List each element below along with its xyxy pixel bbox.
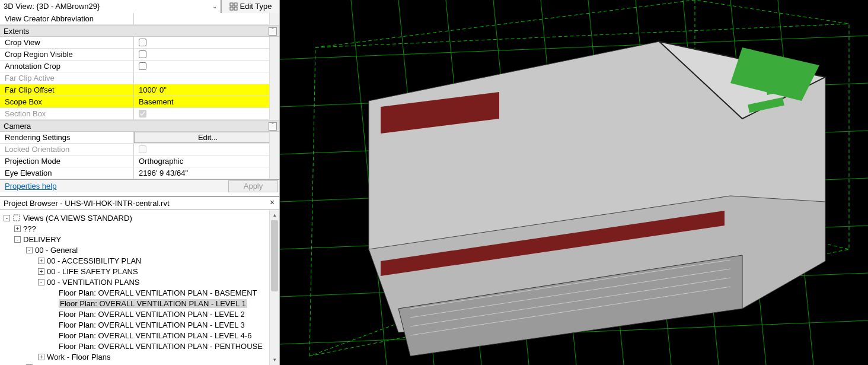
property-label: Far Clip Offset	[0, 84, 134, 96]
property-row: Section Box	[0, 108, 279, 120]
svg-line-15	[280, 36, 868, 59]
svg-rect-4	[14, 215, 20, 221]
tree-node-label: 00 - VENTILATION PLANS	[47, 278, 140, 287]
tree-node-label: Work - Floor Plans	[47, 353, 110, 361]
tree-node-label: 00 - ACCESSIBILITY PLAN	[47, 256, 141, 265]
tree-node[interactable]: Floor Plan: OVERALL VENTILATION PLAN - B…	[2, 287, 279, 298]
property-label: Crop View	[0, 37, 134, 48]
property-section-header[interactable]: Cameraˆ	[0, 120, 279, 132]
property-row: Rendering SettingsEdit...	[0, 132, 279, 144]
tree-node[interactable]: Floor Plan: OVERALL VENTILATION PLAN - P…	[2, 341, 279, 351]
property-value[interactable]: 2196' 9 43/64"	[134, 167, 279, 179]
property-row: Far Clip Offset1000' 0"	[0, 84, 279, 96]
properties-help-link[interactable]: Properties help	[0, 182, 56, 191]
properties-grid: View Creator AbbreviationExtentsˆCrop Vi…	[0, 13, 279, 179]
tree-node-label: Floor Plan: OVERALL VENTILATION PLAN - P…	[59, 342, 263, 351]
tree-node[interactable]: +Work - Floor Plans	[2, 351, 279, 362]
property-label: View Creator Abbreviation	[0, 13, 134, 24]
collapse-icon[interactable]: ˆ	[269, 122, 277, 131]
tree-node-label: 00 - General	[35, 246, 78, 255]
property-value[interactable]: Basement	[134, 96, 279, 107]
tree-node[interactable]: Floor Plan: OVERALL VENTILATION PLAN - L…	[2, 309, 279, 319]
property-row: Crop Region Visible	[0, 49, 279, 61]
property-checkbox	[139, 145, 146, 153]
project-browser-tree[interactable]: ▴ ▾ -Views (CA VIEWS STANDARD)+???-DELIV…	[0, 210, 279, 365]
3d-model-render	[280, 0, 868, 365]
tree-node[interactable]: +00 - LIFE SAFETY PLANS	[2, 266, 279, 277]
property-row: Eye Elevation2196' 9 43/64"	[0, 167, 279, 179]
property-row: Crop View	[0, 37, 279, 49]
3d-viewport[interactable]	[280, 0, 868, 365]
property-value[interactable]	[134, 13, 279, 24]
property-label: Projection Mode	[0, 155, 134, 167]
close-icon[interactable]: ×	[267, 198, 277, 208]
edit-type-icon	[229, 2, 238, 11]
tree-node[interactable]: -00 - General	[2, 245, 279, 255]
property-value[interactable]	[134, 49, 279, 60]
tree-node[interactable]: +???	[2, 223, 279, 234]
tree-node[interactable]: Floor Plan: OVERALL VENTILATION PLAN - L…	[2, 330, 279, 341]
expand-icon[interactable]: +	[38, 354, 44, 360]
tree-node-label: Views (CA VIEWS STANDARD)	[23, 214, 132, 223]
property-checkbox[interactable]	[139, 39, 146, 46]
property-checkbox[interactable]	[139, 50, 146, 58]
property-label: Eye Elevation	[0, 167, 134, 179]
tree-node[interactable]: Floor Plan: OVERALL VENTILATION PLAN - L…	[2, 319, 279, 330]
property-label: Crop Region Visible	[0, 49, 134, 60]
tree-node[interactable]: Floor Plan: OVERALL VENTILATION PLAN - L…	[2, 298, 279, 309]
tree-node-label: 00 - LIFE SAFETY PLANS	[47, 267, 138, 276]
expand-icon[interactable]: +	[14, 226, 21, 232]
tree-node[interactable]: -DELIVERY	[2, 234, 279, 245]
property-value[interactable]: Orthographic	[134, 155, 279, 167]
property-label: Rendering Settings	[0, 132, 134, 143]
collapse-icon[interactable]: -	[38, 279, 44, 285]
collapse-icon[interactable]: -	[4, 215, 10, 221]
tree-node[interactable]: +01 - Existing and Demo	[2, 362, 279, 365]
properties-header: 3D View: {3D - AMBrown29} ⌄ Edit Type	[0, 0, 279, 13]
expand-icon[interactable]: +	[38, 258, 44, 264]
tree-node[interactable]: -00 - VENTILATION PLANS	[2, 277, 279, 287]
svg-rect-0	[230, 3, 233, 6]
collapse-icon[interactable]: ˆ	[269, 27, 277, 36]
property-value	[134, 108, 279, 119]
left-panel: 3D View: {3D - AMBrown29} ⌄ Edit Type Vi…	[0, 0, 280, 365]
property-edit-button[interactable]: Edit...	[134, 132, 277, 143]
tree-node-label: Floor Plan: OVERALL VENTILATION PLAN - L…	[59, 320, 245, 329]
tree-node-label: Floor Plan: OVERALL VENTILATION PLAN - L…	[59, 331, 251, 340]
collapse-icon[interactable]: -	[14, 236, 21, 243]
view-type-dropdown[interactable]: 3D View: {3D - AMBrown29} ⌄	[0, 0, 221, 13]
properties-scrollbar[interactable]	[269, 13, 279, 179]
apply-button[interactable]: Apply	[228, 180, 278, 192]
property-value[interactable]	[134, 61, 279, 72]
view-type-value: 3D View: {3D - AMBrown29}	[4, 2, 100, 11]
project-browser-title: Project Browser - UHS-WI-HOK-INTR-centra…	[4, 199, 170, 208]
scroll-thumb[interactable]	[271, 220, 278, 291]
views-icon	[12, 214, 21, 222]
edit-type-button[interactable]: Edit Type	[221, 0, 279, 13]
browser-scrollbar[interactable]: ▴ ▾	[269, 210, 279, 365]
property-value	[134, 72, 279, 84]
property-value[interactable]	[134, 37, 279, 48]
svg-rect-1	[234, 3, 237, 6]
property-label: Annotation Crop	[0, 61, 134, 72]
tree-node[interactable]: -Views (CA VIEWS STANDARD)	[2, 212, 279, 223]
property-label: Locked Orientation	[0, 144, 134, 155]
property-row: Scope BoxBasement	[0, 96, 279, 108]
properties-footer: Properties help Apply	[0, 179, 279, 192]
property-section-header[interactable]: Extentsˆ	[0, 25, 279, 37]
tree-node[interactable]: +00 - ACCESSIBILITY PLAN	[2, 255, 279, 266]
property-checkbox	[139, 110, 146, 118]
scroll-up-icon[interactable]: ▴	[270, 210, 279, 220]
property-value[interactable]: 1000' 0"	[134, 84, 279, 96]
project-browser: Project Browser - UHS-WI-HOK-INTR-centra…	[0, 196, 279, 365]
chevron-down-icon: ⌄	[212, 3, 217, 9]
svg-rect-3	[234, 7, 237, 10]
expand-icon[interactable]: +	[38, 268, 44, 275]
scroll-down-icon[interactable]: ▾	[270, 355, 279, 365]
collapse-icon[interactable]: -	[26, 247, 33, 253]
tree-node-label: Floor Plan: OVERALL VENTILATION PLAN - L…	[59, 299, 247, 308]
property-label: Section Box	[0, 108, 134, 119]
property-checkbox[interactable]	[139, 62, 146, 70]
tree-node-label: DELIVERY	[23, 235, 61, 244]
property-label: Scope Box	[0, 96, 134, 107]
